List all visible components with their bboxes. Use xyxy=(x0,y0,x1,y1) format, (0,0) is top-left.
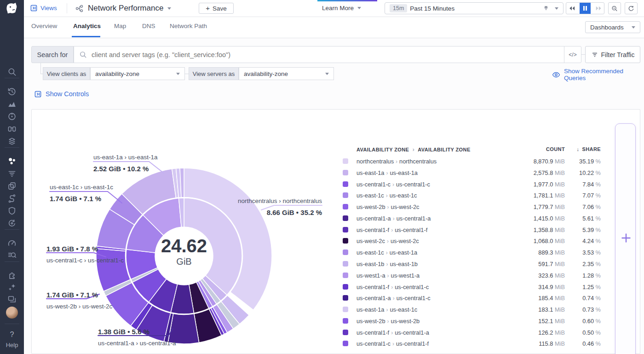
sidebar-divider xyxy=(5,78,19,78)
security-icon[interactable] xyxy=(7,206,17,215)
service-map-icon[interactable] xyxy=(7,194,17,203)
rum-icon[interactable] xyxy=(7,295,17,304)
dashboards-label: Dashboards xyxy=(590,24,624,31)
table-row[interactable]: us-central1-a›us-central1-a1,415.0 MiB5.… xyxy=(329,213,605,224)
zone-pair-label: us-west-2c›us-west-2c xyxy=(356,238,419,244)
table-row[interactable]: northcentralus›northcentralus8,870.9 MiB… xyxy=(329,156,605,167)
table-row[interactable]: us-east-1c›us-east-1a889.3 MiB3.53 % xyxy=(329,247,605,258)
sunburst-callout: northcentralus › northcentralus8.66 GiB … xyxy=(238,197,322,217)
header-divider xyxy=(67,3,67,13)
user-avatar[interactable] xyxy=(6,307,18,319)
table-row[interactable]: us-central1-f›us-central1-c314.9 MiB1.25… xyxy=(329,282,605,293)
log-explorer-icon[interactable] xyxy=(7,251,17,260)
callout-pair-label: northcentralus › northcentralus xyxy=(238,197,322,205)
code-query-button[interactable]: </> xyxy=(564,46,581,63)
table-header-share[interactable]: ↓SHARE xyxy=(546,146,601,152)
search-input[interactable] xyxy=(91,51,564,59)
zoom-out-button[interactable] xyxy=(608,2,621,14)
show-recommended-queries-link[interactable]: Show Recommended Queries xyxy=(552,68,644,81)
code-button-label: </> xyxy=(569,52,576,58)
show-recommended-queries-label: Show Recommended Queries xyxy=(564,68,644,81)
livetail-icon[interactable] xyxy=(7,169,17,178)
tab-analytics[interactable]: Analytics xyxy=(73,23,101,29)
table-row[interactable]: us-east-1a›us-east-1a2,575.8 MiB10.22 % xyxy=(329,168,605,179)
table-row[interactable]: us-central1-f›us-central1-f1,358.8 MiB5.… xyxy=(329,225,605,236)
share-value: 10.22 % xyxy=(550,169,601,176)
share-value: 0.74 % xyxy=(550,295,601,302)
view-clients-as-select[interactable]: availability-zone xyxy=(90,67,185,80)
connector-line xyxy=(581,54,585,55)
row-color-swatch xyxy=(343,192,348,198)
bits-ai-icon[interactable] xyxy=(7,283,17,292)
table-row[interactable]: us-west-2c›us-west-2c1,068.0 MiB4.24 % xyxy=(329,236,605,247)
views-button[interactable]: Views xyxy=(30,5,57,12)
table-row[interactable]: us-east-1c›us-east-1c1,781.1 MiB7.07 % xyxy=(329,190,605,201)
integrations-icon[interactable] xyxy=(7,137,17,146)
share-value: 2.35 % xyxy=(550,261,601,267)
search-for-label: Search for xyxy=(31,46,74,63)
table-row[interactable]: us-west1-a›us-west1-a323.6 MiB1.28 % xyxy=(329,270,605,281)
table-row[interactable]: us-east-1a›us-east-1c183.1 MiB0.73 % xyxy=(329,304,605,315)
dashboards-button[interactable]: Dashboards xyxy=(585,21,640,33)
refresh-button[interactable] xyxy=(625,2,638,14)
table-row[interactable]: us-east-1b›us-east-1b591.7 MiB2.35 % xyxy=(329,259,605,270)
tab-network-path[interactable]: Network Path xyxy=(170,23,207,29)
zone-pair-label: us-east-1c›us-east-1a xyxy=(356,249,417,256)
rewind-button[interactable] xyxy=(566,3,577,14)
datadog-logo[interactable] xyxy=(5,2,19,16)
app-sidebar: ? Help xyxy=(0,0,24,354)
save-button[interactable]: + Save xyxy=(199,3,234,14)
watchdog-icon[interactable] xyxy=(7,124,17,133)
tab-dns[interactable]: DNS xyxy=(142,23,155,29)
sidebar-divider xyxy=(5,147,19,148)
table-row[interactable]: us-central1-c›us-central1-c1,977.0 MiB7.… xyxy=(329,179,605,190)
zone-pair-label: us-west1-a›us-west1-a xyxy=(356,272,420,279)
active-tab-underline xyxy=(72,36,100,37)
filter-traffic-button[interactable]: Filter Traffic xyxy=(585,46,640,63)
row-color-swatch xyxy=(343,170,348,175)
plus-icon[interactable] xyxy=(621,233,631,243)
table-header-zones[interactable]: AVAILABILITY ZONE › AVAILABILITY ZONE xyxy=(356,146,471,153)
table-row[interactable]: us-central1-f›us-central1-a126.2 MiB0.50… xyxy=(329,327,605,338)
pin-icon[interactable] xyxy=(543,5,549,12)
search-icon[interactable] xyxy=(7,67,17,76)
history-icon[interactable] xyxy=(7,87,17,96)
table-row[interactable]: us-central1-a›us-central1-c185.4 MiB0.74… xyxy=(329,293,605,304)
table-row[interactable]: us-central1-c›us-central1-f115.8 MiB0.46… xyxy=(329,338,605,349)
chevron-down-icon[interactable] xyxy=(555,7,558,10)
fast-forward-button[interactable] xyxy=(593,3,604,14)
sunburst-total-unit: GiB xyxy=(138,255,230,267)
table-row[interactable]: us-west-2b›us-west-2c1,779.7 MiB7.06 % xyxy=(329,202,605,213)
tab-bar: Overview Analytics Map DNS Network Path … xyxy=(24,17,644,38)
share-value: 5.61 % xyxy=(550,215,601,222)
sunburst-total-value: 24.62 xyxy=(138,236,230,255)
pause-button[interactable] xyxy=(580,3,590,14)
gauge-icon[interactable] xyxy=(7,238,17,248)
sidebar-divider xyxy=(5,229,19,230)
sidebar-divider xyxy=(5,324,19,324)
tab-map[interactable]: Map xyxy=(114,23,126,29)
collapsed-side-panel[interactable] xyxy=(615,123,636,354)
ci-icon[interactable] xyxy=(7,219,17,228)
view-clients-as-value: availability-zone xyxy=(95,70,139,77)
share-value: 35.19 % xyxy=(550,158,601,165)
show-controls-link[interactable]: Show Controls xyxy=(34,90,89,98)
panel-expand-icon xyxy=(34,91,41,98)
apm-icon[interactable] xyxy=(7,181,17,191)
tab-overview[interactable]: Overview xyxy=(31,23,57,29)
sunburst-chart-region: northcentralusnorthcentralus › northcent… xyxy=(31,141,329,354)
help-icon[interactable]: ? xyxy=(0,331,24,339)
search-icon xyxy=(79,51,87,58)
metrics-icon[interactable] xyxy=(7,99,17,109)
search-input-wrap xyxy=(74,46,564,63)
time-range-selector[interactable]: 15m Past 15 Minutes xyxy=(385,2,564,14)
help-label[interactable]: Help xyxy=(0,342,24,348)
table-row[interactable]: us-west-2b›us-west-2b152.1 MiB0.60 % xyxy=(329,316,605,327)
learn-more-button[interactable]: Learn More xyxy=(322,5,361,12)
monitors-icon[interactable] xyxy=(7,112,17,121)
page-title-group[interactable]: Network Performance xyxy=(75,4,171,13)
view-servers-as-select[interactable]: availability-zone xyxy=(239,67,334,80)
puzzle-icon[interactable] xyxy=(7,271,17,280)
network-icon[interactable] xyxy=(7,157,17,166)
show-controls-label: Show Controls xyxy=(46,90,89,98)
